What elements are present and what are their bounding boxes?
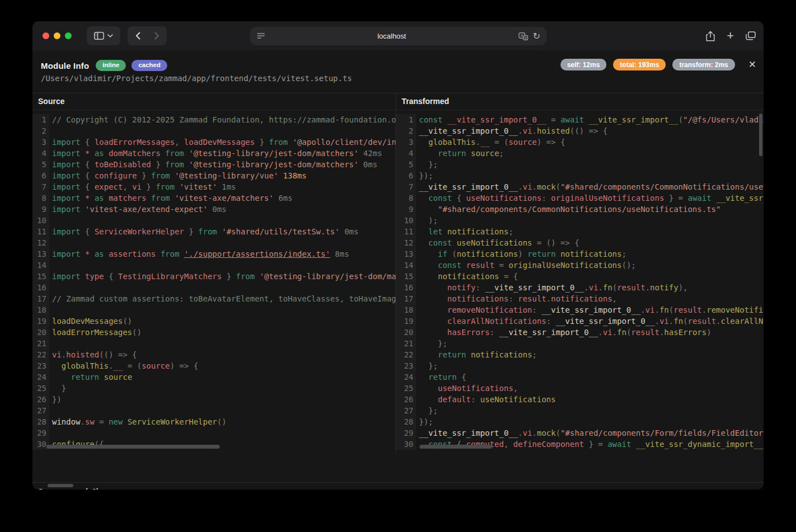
line-text: import * as domMatchers from '@testing-l… xyxy=(49,148,382,159)
cached-badge: cached xyxy=(131,60,167,71)
code-token: type xyxy=(85,272,109,281)
line-text: "#shared/components/CommonNotifications/… xyxy=(416,204,720,215)
code-token: return xyxy=(71,373,104,382)
code-token: const xyxy=(438,261,467,270)
code-token: "#shared/components/CommonNotifications/… xyxy=(438,205,721,214)
new-tab-button[interactable]: + xyxy=(727,30,734,42)
code-token: : xyxy=(475,283,485,292)
line-number: 19 xyxy=(32,316,49,327)
code-token: } xyxy=(255,138,269,147)
transform-time-badge: transform: 2ms xyxy=(672,59,734,70)
line-number: 15 xyxy=(32,271,49,282)
code-token: }); xyxy=(419,417,433,426)
back-button[interactable] xyxy=(128,26,147,45)
code-token: source xyxy=(471,149,500,158)
code-token: vi xyxy=(646,305,655,314)
code-token: result xyxy=(518,294,547,303)
code-line: 24 return source xyxy=(32,371,395,383)
code-token: } = xyxy=(584,440,607,449)
source-horizontal-scrollbar[interactable] xyxy=(46,445,220,449)
toolbar-right-buttons: + xyxy=(706,26,756,45)
line-text: const { useNotifications: originalUseNot… xyxy=(416,192,764,204)
code-token: notifications xyxy=(456,249,518,258)
code-token: sw xyxy=(85,417,95,426)
code-token: default xyxy=(438,395,471,404)
self-time-badge: self: 12ms xyxy=(561,59,607,70)
code-token: ( xyxy=(763,440,764,449)
line-text: }; xyxy=(416,405,438,416)
forward-button[interactable] xyxy=(147,26,166,45)
code-token: hoisted xyxy=(537,126,570,135)
module-link[interactable]: './support/assertions/index.ts' xyxy=(184,249,330,258)
line-number: 7 xyxy=(396,181,416,192)
code-token: await xyxy=(561,115,589,124)
line-number: 13 xyxy=(32,248,49,260)
code-token: 1ms xyxy=(217,182,236,191)
sourcemap-section: Source map (v3) 1 AAMA;AAeA,yBAAG,QAAQ,M… xyxy=(32,482,764,489)
code-token: __vite_ssr_import_0__ xyxy=(419,126,518,135)
code-token: const xyxy=(428,194,457,203)
code-token xyxy=(419,205,438,214)
code-token: }; xyxy=(419,406,438,415)
transformed-vertical-scrollbar[interactable] xyxy=(759,114,762,156)
code-token: if xyxy=(438,249,452,258)
code-token: () xyxy=(123,317,132,326)
page-title: Module Info xyxy=(41,61,89,70)
reload-icon[interactable]: ↻ xyxy=(533,31,540,41)
share-icon[interactable] xyxy=(706,31,715,41)
code-token: vi xyxy=(660,317,669,326)
code-token: , xyxy=(613,294,617,303)
transformed-code[interactable]: 1const __vite_ssr_import_0__ = await __v… xyxy=(396,110,764,450)
code-token: window xyxy=(52,417,81,426)
close-icon[interactable]: ✕ xyxy=(748,60,756,69)
code-token: TestingLibraryMatchers xyxy=(118,272,222,281)
module-info-header: Module Info inline cached /Users/vladimi… xyxy=(32,50,764,93)
code-token: mock xyxy=(537,429,556,437)
code-line: 5import { toBeDisabled } from '@testing-… xyxy=(32,159,395,170)
code-line: 16 notify: __vite_ssr_import_0__.vi.fn(r… xyxy=(396,282,764,293)
code-token: result xyxy=(617,283,646,292)
source-code[interactable]: 1// Copyright (C) 2012-2025 Zammad Found… xyxy=(32,110,395,450)
code-token: __vite_ssr_import_0__ xyxy=(555,317,654,326)
tab-overview-icon[interactable] xyxy=(746,31,756,40)
code-line: 26}) xyxy=(32,394,395,405)
code-token: mock xyxy=(537,182,556,191)
transformed-horizontal-scrollbar[interactable] xyxy=(420,445,492,449)
total-time-badge: total: 193ms xyxy=(613,59,666,70)
zoom-window-button[interactable] xyxy=(65,32,72,39)
code-token: ( xyxy=(613,283,617,292)
code-line: 23 }; xyxy=(396,360,764,371)
code-token: . xyxy=(654,305,659,314)
code-token: } xyxy=(222,272,235,281)
code-token xyxy=(419,194,428,203)
translate-icon[interactable]: A文 xyxy=(519,32,528,40)
line-text: import { toBeDisabled } from '@testing-l… xyxy=(49,159,378,170)
reader-icon[interactable] xyxy=(250,32,265,40)
line-number: 17 xyxy=(396,293,416,304)
code-token: = { xyxy=(499,272,518,281)
sidebar-toggle-button[interactable] xyxy=(87,26,120,45)
code-token: __vite_ssr_dynamic_import__ xyxy=(636,440,764,449)
sourcemap-horizontal-scrollbar[interactable] xyxy=(48,484,73,487)
code-token: ( xyxy=(683,317,687,326)
code-token: result xyxy=(673,305,702,314)
line-number: 16 xyxy=(32,282,49,293)
code-token: }); xyxy=(419,171,433,180)
code-line: 15 notifications = { xyxy=(396,271,764,282)
code-token xyxy=(52,361,62,370)
close-window-button[interactable] xyxy=(43,32,49,39)
line-text: __vite_ssr_import_0__.vi.hoisted(() => { xyxy=(416,125,607,136)
code-line: 27 xyxy=(32,405,395,416)
code-token: { xyxy=(85,138,95,147)
code-line: 12 xyxy=(32,237,395,248)
line-text: globalThis.__ = (source) => { xyxy=(416,136,565,148)
code-token: : xyxy=(471,395,481,404)
code-token: { xyxy=(461,373,466,382)
code-token: { xyxy=(85,160,95,169)
address-bar[interactable]: localhost A文 ↻ xyxy=(250,27,547,45)
code-token: globalThis xyxy=(428,138,475,147)
code-token: ), xyxy=(679,283,688,292)
code-token: vi xyxy=(603,328,613,337)
minimize-window-button[interactable] xyxy=(54,32,60,39)
code-token: . xyxy=(654,317,659,326)
